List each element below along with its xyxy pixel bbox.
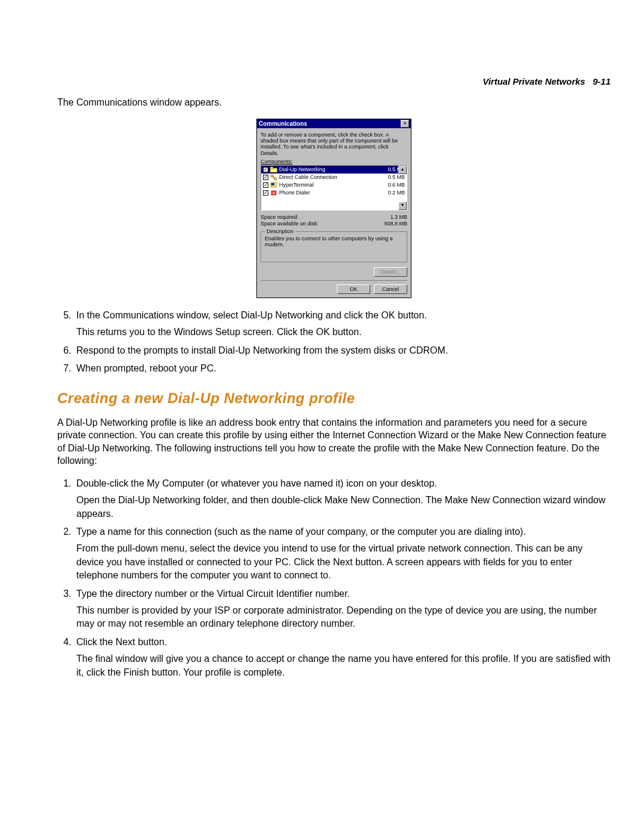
step-sub: Open the Dial-Up Networking folder, and … — [76, 494, 611, 521]
details-button: Details... — [374, 267, 407, 277]
step-main: When prompted, reboot your PC. — [76, 363, 216, 373]
step-sub: From the pull-down menu, select the devi… — [76, 542, 611, 582]
intro-line: The Communications window appears. — [57, 96, 611, 109]
space-available-value: 508.8 MB — [384, 221, 407, 227]
list-item-name: Direct Cable Connection — [279, 174, 379, 180]
list-item-size: 0.6 MB — [379, 182, 405, 188]
step-main: Click the Next button. — [76, 637, 167, 647]
list-item-size: 0.2 MB — [379, 190, 405, 196]
install-steps-list: In the Communications window, select Dia… — [57, 309, 611, 376]
components-listbox[interactable]: Dial-Up Networking 0.5 MB Direct Cable C… — [261, 165, 407, 210]
svg-point-8 — [273, 192, 274, 193]
step-main: In the Communications window, select Dia… — [76, 310, 427, 320]
scroll-down-icon[interactable]: ▼ — [398, 202, 407, 210]
checkbox-icon[interactable] — [263, 182, 268, 188]
header-section-title: Virtual Private Networks — [482, 76, 585, 86]
description-text: Enables you to connect to other computer… — [265, 236, 403, 247]
close-icon[interactable]: × — [401, 120, 409, 128]
list-item[interactable]: Direct Cable Connection 0.5 MB — [261, 174, 407, 181]
space-required-label: Space required: — [261, 214, 299, 220]
step-item: Double-click the My Computer (or whateve… — [74, 477, 611, 521]
dialog-title-text: Communications — [259, 120, 307, 127]
space-required-row: Space required: 1.3 MB — [261, 214, 407, 220]
space-required-value: 1.3 MB — [390, 214, 407, 220]
dialog-instructions: To add or remove a component, click the … — [261, 132, 407, 156]
ok-button[interactable]: OK — [337, 284, 370, 294]
list-item-name: Dial-Up Networking — [279, 166, 379, 172]
cancel-button[interactable]: Cancel — [374, 284, 407, 294]
step-sub: This returns you to the Windows Setup sc… — [76, 326, 611, 339]
list-item-name: HyperTerminal — [279, 182, 379, 188]
cable-icon — [270, 174, 277, 181]
step-item: Type a name for this connection (such as… — [74, 525, 611, 583]
profile-steps-list: Double-click the My Computer (or whateve… — [57, 477, 611, 679]
space-available-label: Space available on disk: — [261, 221, 318, 227]
step-main: Type a name for this connection (such as… — [76, 527, 526, 537]
svg-rect-2 — [271, 175, 273, 177]
scroll-up-icon[interactable]: ▲ — [398, 166, 407, 174]
list-item[interactable]: HyperTerminal 0.6 MB — [261, 181, 407, 189]
list-item[interactable]: Phone Dialer 0.2 MB — [261, 189, 407, 197]
checkbox-icon[interactable] — [263, 167, 268, 172]
step-main: Double-click the My Computer (or whateve… — [76, 478, 437, 488]
description-group: Description Enables you to connect to ot… — [261, 231, 407, 262]
step-item: Respond to the prompts to install Dial-U… — [74, 344, 611, 357]
checkbox-icon[interactable] — [263, 190, 268, 196]
step-item: Click the Next button. The final window … — [74, 636, 611, 679]
svg-rect-1 — [270, 167, 273, 169]
section-heading: Creating a new Dial-Up Networking profil… — [57, 390, 611, 407]
svg-line-4 — [273, 176, 274, 179]
svg-rect-6 — [271, 183, 274, 185]
communications-dialog: Communications × To add or remove a comp… — [256, 119, 411, 298]
list-item-name: Phone Dialer — [279, 190, 379, 196]
header-page-number: 9-11 — [593, 76, 611, 86]
step-sub: The final window will give you a chance … — [76, 652, 611, 679]
step-item: Type the directory number or the Virtual… — [74, 587, 611, 631]
space-available-row: Space available on disk: 508.8 MB — [261, 221, 407, 227]
svg-rect-3 — [274, 178, 277, 180]
step-main: Type the directory number or the Virtual… — [76, 589, 350, 599]
section-intro: A Dial-Up Networking profile is like an … — [57, 416, 611, 467]
step-main: Respond to the prompts to install Dial-U… — [76, 345, 448, 355]
step-item: When prompted, reboot your PC. — [74, 362, 611, 375]
description-group-label: Description — [265, 228, 295, 234]
folder-icon — [270, 166, 277, 173]
step-sub: This number is provided by your ISP or c… — [76, 604, 611, 631]
page-header: Virtual Private Networks 9-11 — [57, 76, 611, 86]
checkbox-icon[interactable] — [263, 175, 268, 180]
list-item-size: 0.5 MB — [379, 174, 405, 180]
step-item: In the Communications window, select Dia… — [74, 309, 611, 339]
list-item[interactable]: Dial-Up Networking 0.5 MB — [261, 166, 407, 174]
phone-icon — [270, 190, 277, 196]
terminal-icon — [270, 182, 277, 188]
dialog-titlebar: Communications × — [257, 119, 411, 128]
components-label: Components: — [261, 159, 407, 165]
